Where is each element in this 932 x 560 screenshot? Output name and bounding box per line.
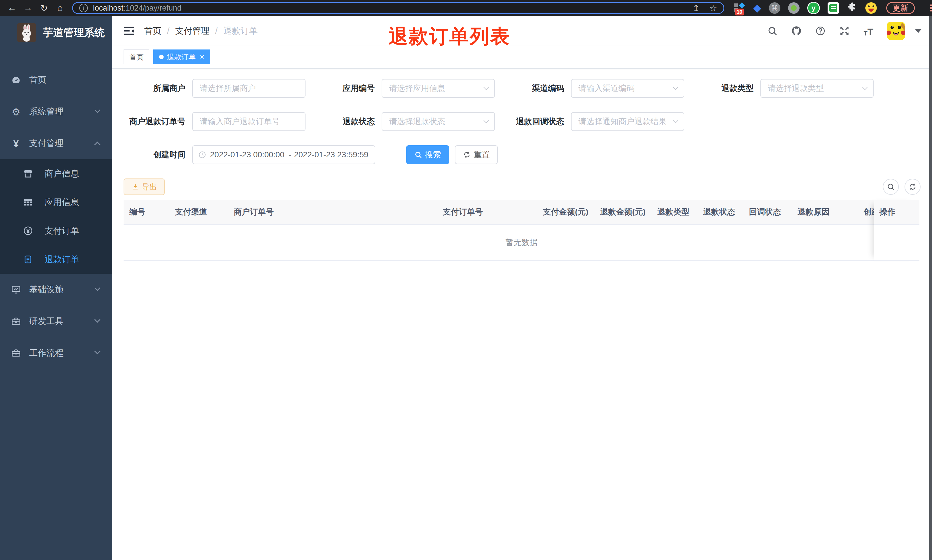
home-icon[interactable]: ⌂ [54, 2, 66, 14]
breadcrumb-separator: / [167, 26, 169, 36]
select-渠道编码[interactable] [571, 79, 684, 98]
top-navbar: 首页/支付管理/退款订单 退款订单列表 TT [112, 16, 932, 46]
field-label: 所属商户 [124, 83, 185, 94]
back-icon[interactable]: ← [6, 2, 18, 14]
extension-badge: 10 [735, 9, 744, 15]
browser-scrollbar[interactable] [929, 16, 932, 560]
share-icon[interactable]: ↥ [692, 3, 700, 13]
sidebar-item-workflow[interactable]: 工作流程 [0, 337, 112, 369]
sidebar-item-dev-tools[interactable]: 研发工具 [0, 305, 112, 337]
column-header-支付金额(元): 支付金额(元) [537, 206, 594, 217]
show-search-toggle-icon[interactable] [883, 179, 899, 195]
field-label: 退款类型 [692, 83, 754, 94]
reload-icon[interactable]: ↻ [38, 2, 50, 14]
search-icon[interactable] [767, 25, 778, 37]
tab-退款订单[interactable]: 退款订单 × [153, 49, 210, 65]
sidebar-item-system[interactable]: ⚙ 系统管理 [0, 96, 112, 128]
filter-field-所属商户: 所属商户 [124, 79, 306, 98]
forward-icon[interactable]: → [22, 2, 34, 14]
avatar-dropdown-caret-icon[interactable] [915, 29, 922, 33]
sidebar-item-home[interactable]: 首页 [0, 64, 112, 96]
yen-circle-icon [22, 226, 34, 236]
sidebar-item-infra[interactable]: 基础设施 [0, 274, 112, 305]
sidebar-item-merchant-info[interactable]: 商户信息 [0, 159, 112, 188]
chevron-down-icon [94, 317, 100, 323]
document-icon [22, 254, 34, 265]
search-button[interactable]: 搜索 [406, 145, 449, 164]
extension-command-icon[interactable]: ⌘ [769, 2, 780, 14]
toolbox-icon [10, 348, 22, 358]
sidebar-item-app-info[interactable]: 应用信息 [0, 188, 112, 217]
select-应用编号[interactable] [381, 79, 495, 98]
fullscreen-icon[interactable] [839, 25, 850, 37]
navbar-actions: TT [767, 22, 922, 40]
filter-row-1: 所属商户 应用编号 渠道编码 退款类型 [124, 79, 921, 98]
filter-field-create-time: 创建时间 2022-01-23 00:00:00 - 2022-01-23 23… [124, 145, 375, 164]
field-label: 创建时间 [124, 149, 185, 160]
filter-row-2: 商户退款订单号 退款状态 退款回调状态 [124, 112, 921, 131]
sidebar-collapse-icon[interactable] [122, 24, 135, 37]
extension-dot-icon[interactable] [788, 2, 800, 14]
bookmark-star-icon[interactable]: ☆ [709, 3, 717, 13]
extension-emoji-icon[interactable] [865, 2, 877, 14]
input-商户退款订单号[interactable] [192, 112, 306, 131]
date-end-value[interactable]: 2022-01-23 23:59:59 [294, 150, 370, 159]
browser-menu-icon[interactable]: ⋮ [927, 3, 932, 14]
monitor-icon [10, 285, 22, 295]
page-content: 所属商户 应用编号 渠道编码 退款类型 商户退款订单号 退款状态 [112, 69, 932, 261]
column-header-支付渠道: 支付渠道 [169, 206, 228, 217]
export-button[interactable]: 导出 [124, 178, 165, 195]
column-header-退款类型: 退款类型 [652, 206, 697, 217]
search-icon [414, 151, 422, 159]
address-bar[interactable]: i localhost:1024/pay/refund ↥ ☆ [72, 2, 724, 14]
date-start-value[interactable]: 2022-01-23 00:00:00 [210, 150, 286, 159]
user-avatar[interactable] [887, 22, 905, 40]
breadcrumb-item: 退款订单 [223, 25, 258, 37]
input-所属商户[interactable] [192, 79, 306, 98]
extension-chat-icon[interactable] [827, 2, 839, 14]
sidebar-item-pay-order[interactable]: 支付订单 [0, 217, 112, 245]
refresh-table-icon[interactable] [904, 179, 921, 195]
extension-y-icon[interactable]: y [807, 2, 820, 14]
font-size-icon[interactable]: TT [863, 25, 874, 37]
filter-field-退款类型: 退款类型 [692, 79, 874, 98]
tags-view-bar: 首页 × 退款订单 × [112, 46, 932, 69]
logo-row[interactable]: 芋道管理系统 [0, 16, 112, 49]
filter-field-退款回调状态: 退款回调状态 [502, 112, 684, 131]
date-range-picker[interactable]: 2022-01-23 00:00:00 - 2022-01-23 23:59:5… [192, 145, 375, 164]
table-toolbar: 导出 [124, 178, 921, 195]
sidebar-item-refund-order[interactable]: 退款订单 [0, 245, 112, 274]
breadcrumb-item[interactable]: 支付管理 [175, 25, 209, 37]
page-title-annotation: 退款订单列表 [389, 23, 511, 49]
field-label: 退款状态 [313, 116, 375, 127]
field-label: 应用编号 [313, 83, 375, 94]
extension-gem-icon[interactable]: ◆ [753, 2, 761, 14]
chat-glyph [829, 4, 837, 12]
tab-label: 退款订单 [167, 52, 196, 62]
green-dot [791, 5, 797, 11]
browser-toolbar: ← → ↻ ⌂ i localhost:1024/pay/refund ↥ ☆ … [0, 0, 932, 16]
help-icon[interactable] [815, 25, 826, 37]
select-退款状态[interactable] [381, 112, 495, 131]
extensions-puzzle-icon[interactable] [847, 2, 858, 15]
extension-tabs-icon[interactable]: 10 [733, 2, 746, 14]
sidebar: 芋道管理系统 首页 ⚙ 系统管理 ¥ 支付管理 商户信息 应用信息 支付订单 退… [0, 16, 112, 560]
sidebar-menu: 首页 ⚙ 系统管理 ¥ 支付管理 [0, 64, 112, 159]
y-letter: y [808, 3, 819, 14]
browser-update-button[interactable]: 更新 [886, 2, 915, 14]
tab-首页[interactable]: 首页 × [124, 49, 149, 65]
select-退款回调状态[interactable] [571, 112, 684, 131]
breadcrumb-item[interactable]: 首页 [144, 25, 161, 37]
github-icon[interactable] [791, 25, 802, 37]
tab-close-icon[interactable]: × [200, 53, 204, 61]
table-tools [883, 179, 921, 195]
field-label: 商户退款订单号 [124, 116, 185, 127]
url-text[interactable]: localhost:1024/pay/refund [93, 4, 181, 12]
column-header-退款状态: 退款状态 [697, 206, 743, 217]
sidebar-item-pay[interactable]: ¥ 支付管理 [0, 128, 112, 159]
breadcrumb: 首页/支付管理/退款订单 [144, 25, 258, 37]
site-info-icon[interactable]: i [79, 4, 88, 12]
filter-field-渠道编码: 渠道编码 [502, 79, 684, 98]
reset-button[interactable]: 重置 [455, 145, 498, 164]
select-退款类型[interactable] [760, 79, 874, 98]
